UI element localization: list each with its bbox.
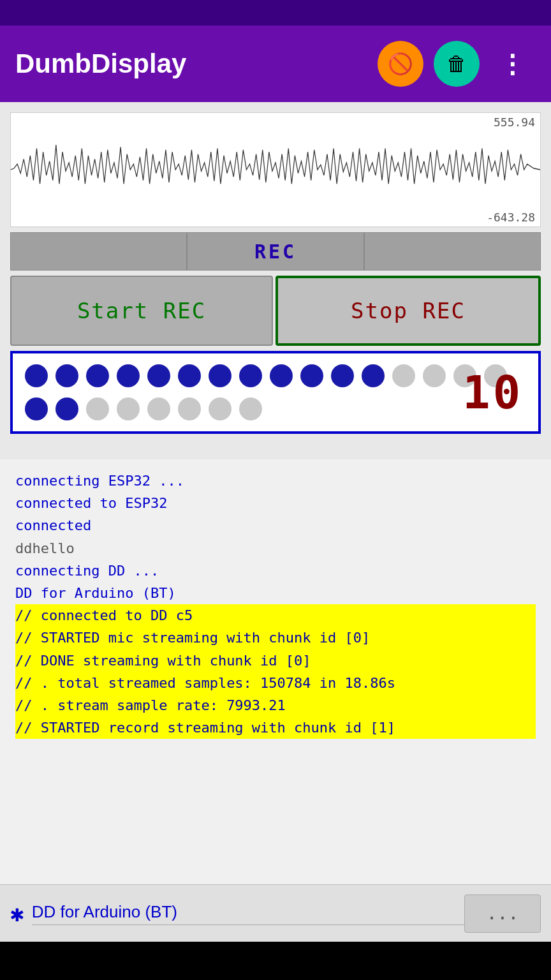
led-dot: [423, 364, 446, 387]
waveform-min-label: -643.28: [487, 211, 535, 224]
app-bar: DumbDisplay 🚫 🗑 ⋮: [0, 26, 551, 102]
led-dot: [55, 364, 78, 387]
led-dot: [25, 397, 48, 420]
more-options-label: ...: [487, 903, 519, 924]
log-line-7: // connected to DD c5: [15, 604, 536, 627]
start-rec-label: Start REC: [77, 298, 206, 323]
link-off-icon: 🚫: [388, 52, 413, 76]
rec-cell-center: REC: [187, 232, 364, 271]
led-dot: [362, 364, 385, 387]
led-dot: [270, 364, 293, 387]
log-line-12: // STARTED record streaming with chunk i…: [15, 716, 536, 739]
bottom-bar: ✱ DD for Arduino (BT) ...: [0, 884, 551, 942]
led-dot: [392, 364, 415, 387]
led-dot: [147, 364, 170, 387]
rec-label-row: REC: [10, 232, 541, 271]
start-rec-button[interactable]: Start REC: [10, 276, 273, 346]
led-dot: [209, 364, 231, 387]
waveform-container: 555.94 -643.28: [10, 112, 541, 227]
link-icon-button[interactable]: 🚫: [378, 41, 423, 87]
led-dot: [117, 397, 140, 420]
waveform-svg: [11, 113, 540, 226]
delete-icon: 🗑: [446, 52, 467, 76]
led-dot: [25, 364, 48, 387]
more-options-button[interactable]: ...: [464, 895, 541, 933]
led-dot: [331, 364, 354, 387]
log-line-4: ddhello: [15, 537, 536, 560]
rec-cell-right: [364, 232, 541, 271]
delete-button[interactable]: 🗑: [434, 41, 480, 87]
more-button[interactable]: ⋮: [490, 41, 536, 87]
log-line-11: // . stream sample rate: 7993.21: [15, 694, 536, 716]
log-line-2: connected to ESP32: [15, 492, 536, 514]
log-line-1: connecting ESP32 ...: [15, 470, 536, 492]
led-dot: [55, 397, 78, 420]
led-dot: [209, 397, 231, 420]
bluetooth-device-name: DD for Arduino (BT): [32, 902, 464, 925]
log-line-6: DD for Arduino (BT): [15, 582, 536, 604]
led-dot: [239, 364, 262, 387]
more-icon: ⋮: [499, 49, 526, 78]
log-line-5: connecting DD ...: [15, 560, 536, 582]
main-content: 555.94 -643.28 REC Start REC Stop REC: [0, 102, 551, 459]
led-display: 10: [10, 351, 541, 434]
log-line-10: // . total streamed samples: 150784 in 1…: [15, 672, 536, 694]
log-line-9: // DONE streaming with chunk id [0]: [15, 650, 536, 672]
bluetooth-icon: ✱: [10, 900, 24, 926]
led-dot: [86, 364, 109, 387]
led-number: 10: [462, 366, 523, 419]
log-line-3: connected: [15, 514, 536, 537]
stop-rec-label: Stop REC: [351, 298, 466, 323]
led-dot: [178, 364, 201, 387]
log-console: connecting ESP32 ... connected to ESP32 …: [0, 459, 551, 749]
led-dot: [117, 364, 140, 387]
app-title: DumbDisplay: [15, 48, 378, 79]
rec-cell-left: [10, 232, 187, 271]
rec-label: REC: [254, 241, 297, 263]
system-nav-bar: [0, 942, 551, 980]
led-dot: [147, 397, 170, 420]
led-dot: [178, 397, 201, 420]
led-dot: [86, 397, 109, 420]
waveform-max-label: 555.94: [494, 115, 535, 129]
led-dot: [239, 397, 262, 420]
log-line-8: // STARTED mic streaming with chunk id […: [15, 627, 536, 649]
stop-rec-button[interactable]: Stop REC: [276, 276, 541, 346]
led-dot: [300, 364, 323, 387]
status-bar: [0, 0, 551, 26]
app-bar-icons: 🚫 🗑 ⋮: [378, 41, 536, 87]
buttons-row: Start REC Stop REC: [10, 276, 541, 346]
